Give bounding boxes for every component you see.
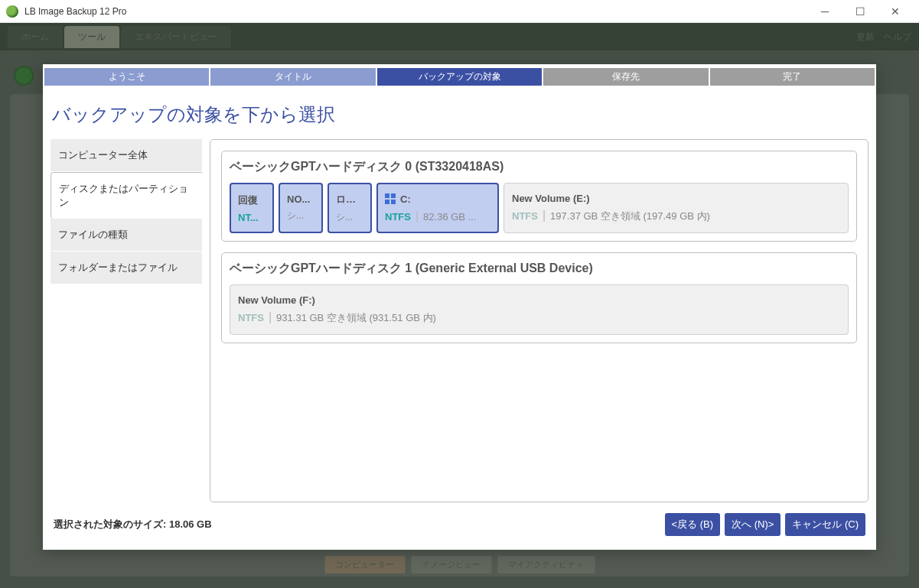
modal-footer: 選択された対象のサイズ: 18.06 GB <戻る (B) 次へ (N)> キャ… xyxy=(43,502,876,550)
disk-list: ベーシックGPTハードディスク 0 (ST3320418AS) 回復 NT...… xyxy=(210,139,868,502)
partition-recovery[interactable]: 回復 NT... xyxy=(230,183,274,233)
partition-size: 931.31 GB 空き領域 (931.51 GB 内) xyxy=(276,311,436,325)
sidebar: コンピューター全体 ディスクまたはパーティション ファイルの種類 フォルダーまた… xyxy=(51,139,202,502)
step-title[interactable]: タイトル xyxy=(210,68,375,86)
disk-title-1: ベーシックGPTハードディスク 1 (Generic External USB … xyxy=(230,261,849,277)
partition-label: C: xyxy=(385,193,490,205)
partition-label: New Volume (F:) xyxy=(238,294,840,306)
step-target[interactable]: バックアップの対象 xyxy=(377,68,542,86)
partition-fs: NTFS xyxy=(238,312,264,323)
partition-label: NO... xyxy=(287,193,314,205)
backup-wizard-modal: ようこそ タイトル バックアップの対象 保存先 完了 バックアップの対象を下から… xyxy=(43,64,876,550)
partition-size: 82.36 GB ... xyxy=(423,211,476,223)
partition-sub: シ... xyxy=(287,210,314,223)
sidebar-item-folders-files[interactable]: フォルダーまたはファイル xyxy=(51,252,202,284)
close-button[interactable]: ✕ xyxy=(878,0,913,23)
next-button[interactable]: 次へ (N)> xyxy=(725,513,780,536)
disk-group-0: ベーシックGPTハードディスク 0 (ST3320418AS) 回復 NT...… xyxy=(221,151,857,242)
partition-label: New Volume (E:) xyxy=(512,193,840,204)
partition-sub: シ... xyxy=(336,211,363,224)
selection-size-label: 選択された対象のサイズ: 18.06 GB xyxy=(54,518,212,531)
step-done[interactable]: 完了 xyxy=(710,68,875,86)
back-button[interactable]: <戻る (B) xyxy=(665,513,721,536)
minimize-button[interactable]: ─ xyxy=(807,0,842,23)
partition-noname[interactable]: NO... シ... xyxy=(279,183,323,233)
wizard-steps: ようこそ タイトル バックアップの対象 保存先 完了 xyxy=(43,64,876,86)
window-title: LB Image Backup 12 Pro xyxy=(24,6,126,17)
sidebar-item-file-types[interactable]: ファイルの種類 xyxy=(51,219,202,252)
partition-label: 回復 xyxy=(238,193,266,207)
disk-title-0: ベーシックGPTハードディスク 0 (ST3320418AS) xyxy=(230,159,849,175)
step-welcome[interactable]: ようこそ xyxy=(44,68,209,86)
partition-size: 197.37 GB 空き領域 (197.49 GB 内) xyxy=(550,210,710,223)
windows-icon xyxy=(385,193,396,204)
app-icon xyxy=(6,5,18,18)
partition-e[interactable]: New Volume (E:) NTFS | 197.37 GB 空き領域 (1… xyxy=(503,183,849,233)
cancel-button[interactable]: キャンセル (C) xyxy=(785,513,865,536)
partition-fs: NTFS xyxy=(385,211,411,223)
page-title: バックアップの対象を下から選択 xyxy=(43,86,876,139)
titlebar: LB Image Backup 12 Pro ─ ☐ ✕ xyxy=(0,0,919,23)
partition-f[interactable]: New Volume (F:) NTFS | 931.31 GB 空き領域 (9… xyxy=(230,284,849,335)
sidebar-item-disk-partition[interactable]: ディスクまたはパーティション xyxy=(51,172,203,219)
sidebar-item-whole-computer[interactable]: コンピューター全体 xyxy=(51,139,202,172)
partition-raw[interactable]: ロー... シ... xyxy=(328,183,372,233)
disk-group-1: ベーシックGPTハードディスク 1 (Generic External USB … xyxy=(221,252,857,343)
partition-fs: NTFS xyxy=(512,210,538,222)
partition-fs: NT... xyxy=(238,212,259,223)
maximize-button[interactable]: ☐ xyxy=(842,0,878,23)
partition-label: ロー... xyxy=(336,193,363,206)
partition-c[interactable]: C: NTFS | 82.36 GB ... xyxy=(376,183,499,233)
step-destination[interactable]: 保存先 xyxy=(543,68,708,86)
